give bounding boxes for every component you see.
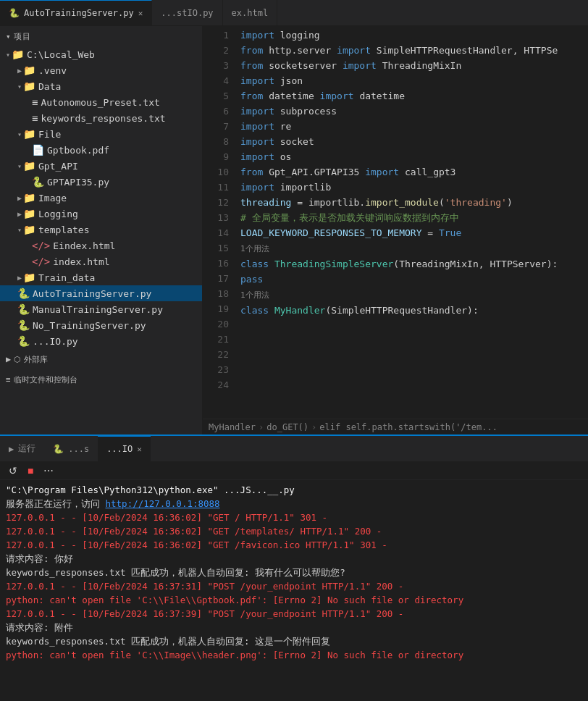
data-folder-icon: 📁 <box>23 80 35 92</box>
editor-area: 123456789101112131415161718192021222324 … <box>203 26 588 435</box>
code-line-5: from datetime import datetime <box>235 88 588 104</box>
sidebar-item-traindata[interactable]: ▶ 📁 Train_data <box>0 269 202 285</box>
breadcrumb-part3[interactable]: elif self.path.startswith('/tem... <box>319 422 497 432</box>
editor-content[interactable]: 123456789101112131415161718192021222324 … <box>203 26 588 419</box>
gptapi35-label: GPTAPI35.py <box>47 177 109 188</box>
traindata-label: Train_data <box>38 272 95 283</box>
sidebar-item-image[interactable]: ▶ 📁 Image <box>0 190 202 206</box>
gptbook-label: Gptbook.pdf <box>47 145 109 156</box>
sidebar-item-manualtraining[interactable]: 🐍 ManualTrainingServer.py <box>0 301 202 317</box>
terminal-line-t7: keywords_responses.txt 匹配成功，机器人自动回复: 我有什… <box>6 566 582 579</box>
panel-tab-run-label: 运行 <box>18 442 35 455</box>
sidebar-item-gptapi[interactable]: ▾ 📁 Gpt_API <box>0 158 202 174</box>
venv-chevron-icon: ▶ <box>17 67 22 75</box>
venv-label: .venv <box>38 65 67 76</box>
breadcrumb-part1[interactable]: MyHandler <box>209 422 256 432</box>
terminal-line-t10: 127.0.0.1 - - [10/Feb/2024 16:37:39] "PO… <box>6 607 582 621</box>
chevron-down-icon: ▾ <box>6 32 11 41</box>
panel-tab-s[interactable]: 🐍 ...s <box>44 436 98 461</box>
sidebar-item-gptbook[interactable]: 📄 Gptbook.pdf <box>0 142 202 158</box>
sidebar-item-templates[interactable]: ▾ 📁 templates <box>0 222 202 238</box>
py-icon-manual: 🐍 <box>17 303 30 315</box>
code-line-1: import logging <box>235 28 588 43</box>
code-line-11: import importlib <box>235 180 588 195</box>
sidebar-item-logging[interactable]: ▶ 📁 Logging <box>0 206 202 222</box>
keywords-file-icon: ≡ <box>32 112 38 124</box>
tab-histio[interactable]: ...stIO.py <box>152 0 222 25</box>
tab-histio-label: ...stIO.py <box>161 8 213 18</box>
gptapi-chevron-icon: ▾ <box>17 162 22 170</box>
external-label: 外部库 <box>24 354 48 365</box>
code-line-15: # 全局变量，表示是否加载关键词响应数据到内存中 <box>235 210 588 225</box>
breadcrumb-sep1: › <box>259 422 264 432</box>
file-folder-icon: 📁 <box>23 128 35 140</box>
file-chevron-icon: ▾ <box>17 130 22 138</box>
bottom-panel: ▶ 运行 🐍 ...s ...IO ✕ ↺ ■ ⋯ "C:\Program Fi… <box>0 435 588 701</box>
sidebar-item-io[interactable]: 🐍 ...IO.py <box>0 333 202 349</box>
sidebar-item-venv[interactable]: ▶ 📁 .venv <box>0 62 202 78</box>
server-link[interactable]: http://127.0.0.1:8088 <box>106 498 220 509</box>
sidebar-item-notraining[interactable]: 🐍 No_TrainingServer.py <box>0 317 202 333</box>
restart-button[interactable]: ↺ <box>6 463 20 478</box>
data-chevron-icon: ▾ <box>17 83 22 91</box>
indexhtml-label: index.html <box>53 256 109 267</box>
code-line-16: LOAD_KEYWORD_RESPONSES_TO_MEMORY = True <box>235 225 588 240</box>
terminal-line-t11: 请求内容: 附件 <box>6 621 582 634</box>
code-line-23: 1个用法 <box>235 287 588 303</box>
tab-bar: 🐍 AutoTrainingServer.py ✕ ...stIO.py ex.… <box>0 0 588 26</box>
panel-tab-run[interactable]: ▶ 运行 <box>0 436 44 461</box>
sidebar-item-file[interactable]: ▾ 📁 File <box>0 126 202 142</box>
stop-button[interactable]: ■ <box>25 463 36 478</box>
tab-autotraining[interactable]: 🐍 AutoTrainingServer.py ✕ <box>0 0 152 25</box>
sidebar-item-gptapi35[interactable]: 🐍 GPTAPI35.py <box>0 174 202 190</box>
keywords-label: keywords_responses.txt <box>41 113 165 124</box>
root-folder-label: C:\Local_Web <box>27 49 95 60</box>
sidebar-section-temp[interactable]: ≡ 临时文件和控制台 <box>0 369 202 390</box>
panel-tab-io[interactable]: ...IO ✕ <box>98 436 151 461</box>
breadcrumb-part2[interactable]: do_GET() <box>266 422 308 432</box>
code-line-7: import re <box>235 119 588 134</box>
code-line-19: class ThreadingSimpleServer(ThreadingMix… <box>235 256 588 272</box>
logging-folder-icon: 📁 <box>23 208 35 219</box>
io-label: ...IO.py <box>33 336 78 347</box>
terminal-line-t1: "C:\Program Files\Python312\python.exe" … <box>6 483 582 497</box>
tab-autotraining-label: AutoTrainingServer.py <box>24 8 134 18</box>
code-line-24: class MyHandler(SimpleHTTPRequestHandler… <box>235 303 588 318</box>
sidebar-item-eindex[interactable]: </> Eindex.html <box>0 238 202 253</box>
notraining-label: No_TrainingServer.py <box>33 320 146 331</box>
more-button[interactable]: ⋯ <box>41 463 56 478</box>
external-icon: ⬡ <box>14 355 21 364</box>
line-numbers: 123456789101112131415161718192021222324 <box>203 26 235 419</box>
io-panel-label: ...IO <box>106 444 133 454</box>
tab-index[interactable]: ex.html <box>223 0 278 25</box>
autonomous-label: Autonomous_Preset.txt <box>41 97 159 108</box>
traindata-folder-icon: 📁 <box>23 272 35 283</box>
terminal-content[interactable]: "C:\Program Files\Python312\python.exe" … <box>0 480 588 701</box>
sidebar-item-data[interactable]: ▾ 📁 Data <box>0 78 202 94</box>
sidebar-item-autonomous[interactable]: ≡ Autonomous_Preset.txt <box>0 94 202 110</box>
sidebar-item-keywords[interactable]: ≡ keywords_responses.txt <box>0 110 202 126</box>
code-line-6: import subprocess <box>235 104 588 119</box>
main-layout: ▾ 项目 ▾ 📁 C:\Local_Web ▶ 📁 .venv ▾ 📁 Data… <box>0 26 588 435</box>
file-label: File <box>38 129 61 140</box>
tab-py-icon: 🐍 <box>9 8 20 18</box>
sidebar-item-indexhtml[interactable]: </> index.html <box>0 253 202 269</box>
py-icon-io: 🐍 <box>17 335 30 347</box>
terminal-line-t6: 请求内容: 你好 <box>6 552 582 566</box>
temp-icon: ≡ <box>6 375 11 385</box>
code-line-9: import os <box>235 149 588 164</box>
root-folder[interactable]: ▾ 📁 C:\Local_Web <box>0 46 202 62</box>
external-chevron-icon: ▶ <box>6 354 11 364</box>
image-label: Image <box>38 193 67 203</box>
code-content[interactable]: import loggingfrom http.server import Si… <box>235 26 588 419</box>
terminal-line-t13: python: can't open file 'C:\\Image\\head… <box>6 648 582 662</box>
templates-chevron-icon: ▾ <box>17 226 22 234</box>
panel-tab-io-close[interactable]: ✕ <box>137 445 142 454</box>
breadcrumb-bar: MyHandler › do_GET() › elif self.path.st… <box>203 419 588 435</box>
sidebar-section-external[interactable]: ▶ ⬡ 外部库 <box>0 349 202 369</box>
sidebar-project-header[interactable]: ▾ 项目 <box>0 26 202 46</box>
panel-tabs: ▶ 运行 🐍 ...s ...IO ✕ <box>0 436 588 462</box>
logging-label: Logging <box>38 209 78 219</box>
tab-autotraining-close[interactable]: ✕ <box>138 9 143 18</box>
sidebar-item-autotraining[interactable]: 🐍 AutoTrainingServer.py <box>0 285 202 301</box>
